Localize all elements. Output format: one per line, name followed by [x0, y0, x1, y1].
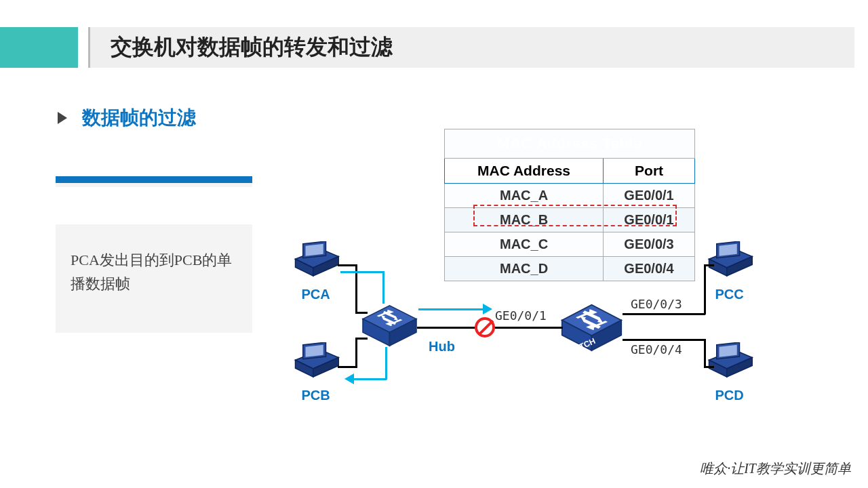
hub-icon	[357, 300, 422, 351]
cell-port: GE0/0/1	[604, 184, 695, 208]
svg-marker-14	[719, 244, 737, 256]
link-switch-pcd	[704, 339, 706, 368]
link-pca-hub	[355, 312, 368, 314]
mac-address-table: MAC Address Table MAC Address Port MAC_A…	[444, 129, 695, 281]
device-pcb: PCB	[290, 342, 341, 403]
port-ge0-0-1: GE0/0/1	[495, 308, 547, 323]
footer-slogan: 唯众·让IT教学实训更简单	[700, 460, 851, 478]
pc-icon	[704, 241, 755, 282]
pca-label: PCA	[290, 287, 341, 302]
link-switch-pcc	[704, 264, 714, 266]
link-pcb-hub	[355, 338, 368, 340]
title-bar: 交换机对数据帧的转发和过滤	[88, 27, 854, 68]
port-ge0-0-3: GE0/0/3	[631, 297, 682, 311]
section-heading: 数据帧的过滤	[58, 105, 196, 131]
pcc-label: PCC	[704, 287, 755, 302]
link-pcb-hub	[355, 338, 357, 368]
note-accent	[56, 176, 252, 183]
link-switch-pcd	[704, 366, 714, 368]
port-ge0-0-4: GE0/0/4	[631, 342, 682, 357]
arrow-hub-pcb	[353, 378, 387, 380]
cell-port: GE0/0/4	[604, 257, 695, 281]
table-title: MAC Address Table	[445, 129, 695, 159]
link-switch-pcd	[623, 339, 705, 341]
col-port: Port	[604, 159, 695, 184]
col-mac: MAC Address	[445, 159, 604, 184]
link-pca-hub	[338, 264, 357, 266]
bullet-icon	[58, 112, 67, 124]
arrow-hub-switch	[418, 308, 483, 310]
note-box: PCA发出目的到PCB的单播数据帧	[56, 176, 252, 333]
cell-mac: MAC_D	[445, 257, 604, 281]
arrow-head-icon	[483, 304, 492, 314]
pc-icon	[290, 342, 341, 383]
note-gap	[56, 187, 252, 224]
table-row: MAC_AGE0/0/1	[445, 184, 695, 208]
pcb-label: PCB	[290, 388, 341, 403]
svg-marker-9	[306, 345, 323, 357]
cell-port: GE0/0/1	[604, 208, 695, 232]
pc-icon	[290, 241, 341, 282]
link-switch-pcc	[704, 264, 706, 314]
link-pcb-hub	[338, 366, 357, 368]
hub-label: Hub	[429, 339, 455, 354]
page-title: 交换机对数据帧的转发和过滤	[111, 33, 393, 62]
device-pca: PCA	[290, 241, 341, 302]
section-title: 数据帧的过滤	[82, 105, 196, 131]
device-pcd: PCD	[704, 342, 755, 403]
device-pcc: PCC	[704, 241, 755, 302]
svg-marker-4	[306, 244, 323, 256]
accent-block	[0, 27, 78, 68]
table-row: MAC_CGE0/0/3	[445, 232, 695, 257]
pc-icon	[704, 342, 755, 383]
table-row: MAC_BGE0/0/1	[445, 208, 695, 232]
svg-marker-19	[719, 345, 737, 357]
cell-port: GE0/0/3	[604, 232, 695, 257]
table-row: MAC_DGE0/0/4	[445, 257, 695, 281]
cell-mac: MAC_C	[445, 232, 604, 257]
arrow-pca-hub	[340, 271, 382, 273]
pcd-label: PCD	[704, 388, 755, 403]
arrow-hub-pcb	[385, 347, 387, 380]
cell-mac: MAC_B	[445, 208, 604, 232]
cell-mac: MAC_A	[445, 184, 604, 208]
arrow-head-icon	[344, 373, 354, 384]
note-text: PCA发出目的到PCB的单播数据帧	[56, 224, 252, 333]
filter-block-icon	[475, 317, 495, 338]
link-switch-pcc	[623, 313, 705, 315]
arrow-pca-hub	[382, 271, 384, 304]
